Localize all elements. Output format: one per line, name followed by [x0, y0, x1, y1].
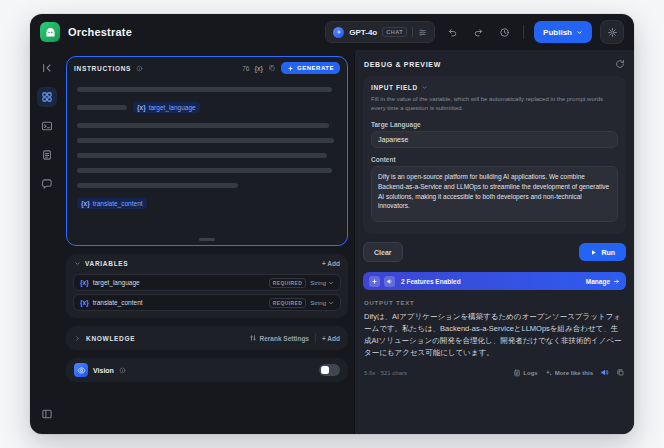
- chevron-down-icon: [328, 280, 334, 286]
- model-selector[interactable]: GPT-4o CHAT: [325, 21, 435, 43]
- variable-token: {x}: [80, 279, 89, 286]
- input-field-card: INPUT FIELD Fill in the value of the var…: [363, 76, 626, 234]
- resize-handle[interactable]: [199, 238, 215, 241]
- nav-logs-icon[interactable]: [37, 145, 57, 165]
- model-mode-badge: CHAT: [382, 27, 407, 37]
- variable-type-label: String: [310, 280, 326, 286]
- refresh-icon[interactable]: [615, 59, 625, 69]
- variable-token: {x}: [80, 299, 89, 306]
- divider: [523, 25, 524, 39]
- prompt-text-line: [77, 168, 332, 173]
- required-badge: REQUIRED: [269, 298, 307, 308]
- add-knowledge-button[interactable]: + Add: [322, 335, 340, 342]
- vision-panel: Vision: [66, 358, 348, 382]
- toggle-knob: [321, 366, 329, 374]
- top-bar: Orchestrate GPT-4o CHAT: [30, 14, 634, 50]
- logs-button[interactable]: Logs: [513, 369, 537, 377]
- variable-name: target_language: [93, 279, 140, 286]
- char-count: 76: [242, 65, 249, 72]
- target-language-input[interactable]: [371, 131, 618, 148]
- variable-chip-prefix: {x}: [137, 104, 146, 111]
- spark-icon: [287, 65, 294, 72]
- chevron-down-icon: [576, 29, 583, 36]
- chevron-down-icon: [421, 84, 428, 91]
- instructions-card[interactable]: INSTRUCTIONS 76 {x} GENERATE: [66, 56, 348, 246]
- variable-type-label: String: [310, 300, 326, 306]
- redo-icon[interactable]: [469, 23, 487, 41]
- more-like-this-label: More like this: [555, 370, 593, 376]
- nav-orchestrate-icon[interactable]: [37, 87, 57, 107]
- variable-type-select[interactable]: String: [310, 300, 334, 306]
- manage-features-button[interactable]: Manage: [586, 278, 620, 285]
- output-meta-row: 5.6s · 521 chars Logs More like this: [364, 368, 625, 377]
- rerank-settings-button[interactable]: Rerank Settings: [249, 334, 310, 342]
- insert-variable-icon[interactable]: {x}: [254, 65, 263, 72]
- collapse-sidebar-icon[interactable]: [37, 404, 57, 424]
- divider: [412, 27, 413, 37]
- logs-label: Logs: [523, 370, 537, 376]
- prompt-editor[interactable]: {x} target_language {x} translate_conten…: [67, 79, 347, 209]
- add-variable-button[interactable]: + Add: [322, 260, 340, 267]
- arrow-right-icon: [613, 278, 620, 285]
- nav-api-terminal-icon[interactable]: [37, 116, 57, 136]
- prompt-text-line: [77, 123, 329, 128]
- required-badge: REQUIRED: [269, 278, 307, 288]
- publish-button[interactable]: Publish: [534, 21, 592, 43]
- rerank-settings-label: Rerank Settings: [260, 335, 310, 342]
- variable-chip-prefix: {x}: [81, 200, 90, 207]
- more-like-this-button[interactable]: More like this: [545, 369, 593, 377]
- output-stats: 5.6s · 521 chars: [364, 370, 407, 376]
- prompt-text-line: [77, 87, 332, 92]
- debug-actions-row: Clear Run: [363, 242, 626, 262]
- undo-icon[interactable]: [443, 23, 461, 41]
- gear-icon: [607, 27, 618, 38]
- run-label: Run: [601, 249, 615, 256]
- nav-annotations-icon[interactable]: [37, 174, 57, 194]
- variable-chip-translate-content: {x} translate_content: [77, 198, 147, 209]
- variable-chip-name: target_language: [149, 104, 196, 111]
- instructions-title: INSTRUCTIONS: [74, 65, 131, 72]
- app-logo-icon: [40, 22, 60, 42]
- back-icon[interactable]: [37, 58, 57, 78]
- settings-button[interactable]: [600, 20, 624, 44]
- generate-button[interactable]: GENERATE: [281, 62, 340, 74]
- vision-toggle[interactable]: [319, 364, 340, 376]
- sort-arrows-icon: [249, 334, 257, 342]
- copy-icon[interactable]: [268, 64, 276, 72]
- chevron-down-icon: [328, 300, 334, 306]
- prompt-text-line: [77, 183, 238, 188]
- chevron-down-icon: [74, 260, 81, 267]
- variable-type-select[interactable]: String: [310, 280, 334, 286]
- model-params-sliders-icon[interactable]: [418, 28, 427, 37]
- target-language-label: Targe Language: [371, 121, 618, 128]
- prompt-text-line: [77, 138, 334, 143]
- debug-title: DEBUG & PREVIEW: [364, 61, 441, 68]
- chevron-right-icon: [74, 335, 81, 342]
- input-field-header[interactable]: INPUT FIELD: [371, 84, 618, 91]
- left-nav-rail: [30, 50, 64, 434]
- model-name: GPT-4o: [349, 28, 377, 37]
- debug-header: DEBUG & PREVIEW: [355, 50, 634, 76]
- instructions-header: INSTRUCTIONS 76 {x} GENERATE: [67, 57, 347, 79]
- manage-label: Manage: [586, 278, 610, 285]
- feature-speaker-icon: [384, 276, 395, 287]
- content-textarea[interactable]: Dify is an open-source platform for buil…: [371, 166, 618, 222]
- knowledge-panel[interactable]: KNOWLEDGE Rerank Settings + Add: [66, 326, 348, 350]
- debug-preview-panel: DEBUG & PREVIEW INPUT FIELD Fill in the …: [354, 50, 634, 434]
- variables-panel: VARIABLES + Add {x} target_language REQU…: [66, 254, 348, 318]
- vision-title: Vision: [93, 367, 114, 374]
- run-button[interactable]: Run: [579, 243, 626, 261]
- variable-row-target-language[interactable]: {x} target_language REQUIRED String: [73, 274, 341, 291]
- info-icon: [119, 367, 126, 374]
- variable-chip-target-language: {x} target_language: [133, 102, 200, 113]
- clear-button[interactable]: Clear: [363, 242, 403, 262]
- history-icon[interactable]: [495, 23, 513, 41]
- publish-label: Publish: [543, 28, 572, 37]
- generate-label: GENERATE: [297, 65, 334, 71]
- variable-row-translate-content[interactable]: {x} translate_content REQUIRED String: [73, 294, 341, 311]
- text-to-speech-icon[interactable]: [600, 368, 609, 377]
- sparkles-icon: [545, 369, 553, 377]
- copy-output-icon[interactable]: [616, 368, 625, 377]
- variables-header[interactable]: VARIABLES + Add: [66, 254, 348, 271]
- output-text: Difyは、AIアプリケーションを構築するためのオープンソースプラットフォームで…: [364, 311, 625, 359]
